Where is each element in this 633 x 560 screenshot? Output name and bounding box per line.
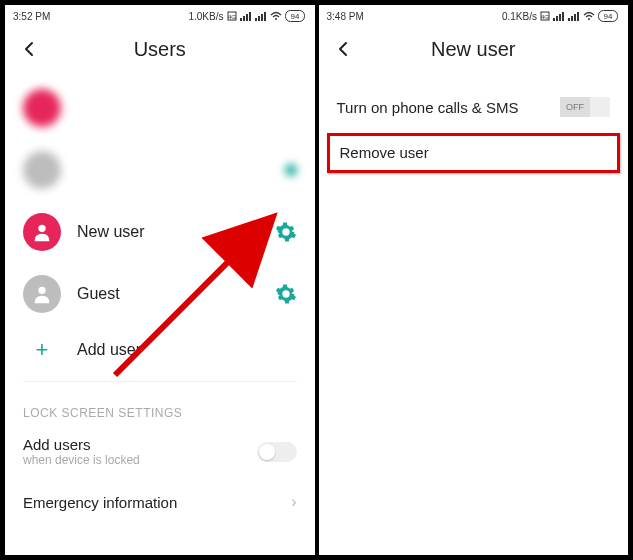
signal-icon (240, 11, 252, 21)
svg-rect-8 (261, 14, 263, 21)
title-bar: New user (319, 27, 629, 71)
user-label: Guest (77, 285, 275, 303)
user-row-blurred (5, 139, 315, 201)
svg-rect-9 (264, 12, 266, 21)
remove-user-label: Remove user (340, 144, 429, 161)
add-user-label: Add user (77, 341, 297, 359)
page-title: Users (5, 38, 315, 61)
user-row-guest[interactable]: Guest (5, 263, 315, 325)
svg-rect-18 (553, 18, 555, 21)
status-right: 0.1KB/s 4G 94 (502, 10, 620, 22)
battery-icon: 94 (285, 10, 307, 22)
chevron-right-icon: › (291, 493, 296, 511)
back-button[interactable] (331, 37, 355, 61)
setting-emergency-info[interactable]: Emergency information › (5, 477, 315, 527)
toggle-label: OFF (566, 102, 584, 112)
svg-text:4G: 4G (227, 14, 235, 20)
phone-right: 3:48 PM 0.1KB/s 4G 94 New user Turn on p… (317, 3, 631, 557)
svg-rect-19 (556, 16, 558, 21)
svg-rect-6 (255, 18, 257, 21)
user-label (77, 99, 297, 117)
active-dot (285, 164, 297, 176)
toggle-switch[interactable] (257, 442, 297, 462)
status-bar: 3:48 PM 0.1KB/s 4G 94 (319, 5, 629, 27)
svg-text:4G: 4G (541, 14, 549, 20)
svg-rect-21 (562, 12, 564, 21)
add-user-button[interactable]: + Add user (5, 325, 315, 375)
svg-rect-22 (568, 18, 570, 21)
user-row-new-user[interactable]: New user (5, 201, 315, 263)
signal-icon-2 (568, 11, 580, 21)
avatar-icon (23, 275, 61, 313)
status-net: 1.0KB/s (188, 11, 223, 22)
svg-point-26 (588, 18, 590, 20)
user-row-blurred (5, 77, 315, 139)
svg-rect-7 (258, 16, 260, 21)
signal-icon (553, 11, 565, 21)
status-bar: 3:52 PM 1.0KB/s 4G 94 (5, 5, 315, 27)
user-label (77, 161, 285, 179)
svg-rect-5 (249, 12, 251, 21)
setting-title: Add users (23, 436, 257, 453)
setting-add-users[interactable]: Add users when device is locked (5, 426, 315, 477)
setting-phone-sms[interactable]: Turn on phone calls & SMS OFF (319, 83, 629, 131)
sim-icon: 4G (540, 11, 550, 21)
person-icon (31, 221, 53, 243)
status-time: 3:52 PM (13, 11, 50, 22)
toggle-switch[interactable]: OFF (560, 97, 610, 117)
status-net: 0.1KB/s (502, 11, 537, 22)
setting-label: Turn on phone calls & SMS (337, 99, 561, 116)
person-icon (31, 283, 53, 305)
settings-list: Turn on phone calls & SMS OFF Remove use… (319, 71, 629, 173)
svg-point-14 (38, 287, 45, 294)
avatar-icon (23, 151, 61, 189)
plus-icon: + (23, 339, 61, 361)
battery-icon: 94 (598, 10, 620, 22)
back-icon (21, 41, 37, 57)
svg-rect-3 (243, 16, 245, 21)
setting-title: Emergency information (23, 494, 291, 511)
avatar-icon (23, 213, 61, 251)
user-settings-button[interactable] (275, 283, 297, 305)
user-settings-button[interactable] (275, 221, 297, 243)
status-time: 3:48 PM (327, 11, 364, 22)
gear-icon (275, 283, 297, 305)
back-button[interactable] (17, 37, 41, 61)
svg-point-10 (275, 18, 277, 20)
signal-icon-2 (255, 11, 267, 21)
gear-icon (275, 221, 297, 243)
blurred-users (5, 77, 315, 201)
wifi-icon (583, 11, 595, 21)
avatar-icon (23, 89, 61, 127)
back-icon (335, 41, 351, 57)
sim-icon: 4G (227, 11, 237, 21)
svg-text:94: 94 (290, 12, 299, 21)
page-title: New user (319, 38, 629, 61)
divider (23, 381, 297, 382)
users-list: New user Guest + Add user LOCK SCREEN (5, 71, 315, 527)
svg-rect-25 (577, 12, 579, 21)
setting-subtitle: when device is locked (23, 453, 257, 467)
annotation-highlight: Remove user (327, 133, 621, 173)
remove-user-button[interactable]: Remove user (340, 144, 608, 162)
user-label: New user (77, 223, 275, 241)
svg-rect-2 (240, 18, 242, 21)
status-right: 1.0KB/s 4G 94 (188, 10, 306, 22)
svg-rect-20 (559, 14, 561, 21)
svg-rect-24 (574, 14, 576, 21)
svg-text:94: 94 (604, 12, 613, 21)
title-bar: Users (5, 27, 315, 71)
svg-rect-4 (246, 14, 248, 21)
section-header: LOCK SCREEN SETTINGS (5, 388, 315, 426)
wifi-icon (270, 11, 282, 21)
svg-point-13 (38, 225, 45, 232)
svg-rect-23 (571, 16, 573, 21)
phone-left: 3:52 PM 1.0KB/s 4G 94 Users (3, 3, 317, 557)
